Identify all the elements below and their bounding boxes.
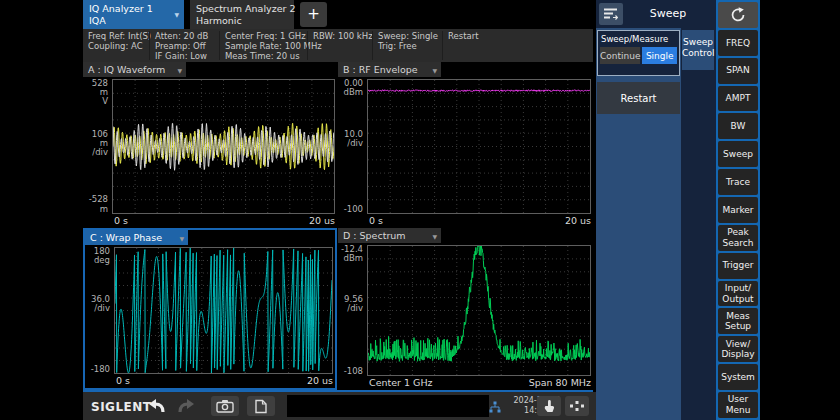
panel-rf-envelope: B : RF Envelope ▼ 0.00 dBm 10.0 /div -10…: [338, 62, 593, 228]
chevron-down-icon: ▼: [179, 231, 184, 246]
panel-d-title: D : Spectrum: [343, 230, 406, 241]
lan-status-icon: [489, 401, 501, 413]
softkey-view-display[interactable]: View/ Display: [718, 336, 758, 362]
status-center-freq: Center Freq: 1 GHz Sample Rate: 100 MHz …: [219, 31, 313, 60]
status-sweep: Sweep: Single Trig: Free: [372, 31, 448, 60]
panel-wrap-phase: C : Wrap Phase ▼ 180 deg 36.0 /div -180 …: [83, 228, 337, 390]
sweep-menu-panel: Sweep Sweep/Measure Continue Single Swee…: [596, 0, 716, 420]
panel-a-title-chip[interactable]: A : IQ Waveform ▼: [83, 62, 186, 77]
plot-area-d: [367, 245, 591, 376]
tab-iq-analyzer[interactable]: IQ Analyzer 1 IQA ▼: [83, 0, 184, 29]
y-axis-bottom-label: -528 m: [83, 194, 108, 214]
softkey-freq[interactable]: FREQ: [718, 30, 758, 56]
panel-d-y-axis: -12.4 dBm 9.56 /div -108: [338, 245, 365, 376]
status-bar: Freq Ref: Int(S) Coupling: AC Atten: 20 …: [83, 29, 593, 62]
softkey-meas-setup[interactable]: Meas Setup: [718, 308, 758, 334]
softkey-marker[interactable]: Marker: [718, 197, 758, 223]
panel-spectrum: D : Spectrum ▼ -12.4 dBm 9.56 /div -108 …: [338, 228, 593, 390]
plot-area-a: [112, 79, 335, 214]
add-tab-button[interactable]: +: [300, 2, 327, 27]
panel-b-y-axis: 0.00 dBm 10.0 /div -100: [338, 79, 365, 214]
y-axis-bottom-label: -108: [344, 366, 363, 376]
sweep-measure-group: Sweep/Measure Continue Single: [597, 30, 680, 76]
chevron-down-icon: ▼: [177, 63, 182, 78]
tab-subtitle: IQA: [89, 15, 178, 27]
panel-c-x-axis: 0 s 20 us: [114, 375, 333, 387]
status-restart: Restart: [442, 31, 528, 60]
plot-area-c: [114, 247, 333, 374]
softkey-trigger[interactable]: Trigger: [718, 253, 758, 279]
menu-title: Sweep: [620, 0, 716, 28]
panel-b-x-axis: 0 s 20 us: [367, 215, 591, 227]
panel-a-y-axis: 528 m V 106 m /div -528 m: [83, 79, 110, 214]
return-back-icon[interactable]: [718, 2, 758, 28]
instrument-screen: IQ Analyzer 1 IQA ▼ Spectrum Analyzer 2 …: [0, 0, 840, 420]
redo-icon[interactable]: [176, 398, 196, 414]
sweep-mode-toggle: Continue Single: [598, 47, 679, 64]
panel-c-title: C : Wrap Phase: [90, 232, 162, 243]
sweep-single-button[interactable]: Single: [642, 47, 677, 64]
y-axis-bottom-label: -100: [344, 204, 363, 214]
softkey-system[interactable]: System: [718, 364, 758, 390]
y-axis-top-label: -12.4 dBm: [341, 245, 363, 263]
tab-spectrum-analyzer[interactable]: Spectrum Analyzer 2 Harmonic: [190, 0, 294, 29]
panel-d-title-chip[interactable]: D : Spectrum ▼: [338, 228, 441, 243]
panel-a-title: A : IQ Waveform: [88, 64, 165, 75]
file-save-button[interactable]: [247, 396, 275, 416]
bottom-toolbar: SIGLENT: [83, 392, 596, 420]
panel-b-title: B : RF Envelope: [343, 64, 418, 75]
chevron-down-icon: ▼: [432, 229, 437, 244]
undo-icon[interactable]: [147, 398, 167, 414]
y-axis-top-label: 180 deg: [94, 247, 110, 265]
softkey-trace[interactable]: Trace: [718, 169, 758, 195]
y-axis-div-label: 36.0 /div: [91, 295, 110, 313]
softkey-span[interactable]: SPAN: [718, 58, 758, 84]
softkey-user-menu[interactable]: User Menu: [718, 392, 758, 418]
y-axis-div-label: 10.0 /div: [344, 130, 363, 148]
restart-button[interactable]: Restart: [597, 82, 680, 114]
tab-title: Spectrum Analyzer 2: [196, 3, 288, 15]
tab-title: IQ Analyzer 1: [89, 3, 178, 15]
panel-c-title-chip[interactable]: C : Wrap Phase ▼: [85, 230, 188, 245]
status-rbw: RBW: 100 kHz: [307, 31, 378, 60]
softkey-column: FREQ SPAN AMPT BW Sweep Trace Marker Pea…: [716, 0, 760, 420]
chevron-down-icon: ▼: [174, 11, 179, 18]
quick-access-dots-button[interactable]: [565, 396, 589, 416]
sweep-measure-label: Sweep/Measure: [598, 31, 679, 47]
touch-assist-button[interactable]: [537, 396, 561, 416]
siglent-logo: SIGLENT: [91, 400, 152, 414]
sweep-control-tab[interactable]: Sweep Control: [682, 30, 714, 70]
panel-a-x-axis: 0 s 20 us: [112, 215, 335, 227]
message-area: [287, 395, 489, 417]
tab-subtitle: Harmonic: [196, 15, 288, 27]
status-freq-ref: Freq Ref: Int(S) Coupling: AC: [83, 31, 154, 60]
sweep-continue-button[interactable]: Continue: [600, 47, 640, 64]
softkey-input-output[interactable]: Input/ Output: [718, 281, 758, 307]
softkey-sweep[interactable]: Sweep: [718, 141, 758, 167]
panel-b-title-chip[interactable]: B : RF Envelope ▼: [338, 62, 441, 77]
screenshot-camera-button[interactable]: [211, 396, 239, 416]
softkey-ampt[interactable]: AMPT: [718, 86, 758, 112]
y-axis-bottom-label: -180: [91, 364, 110, 374]
chevron-down-icon: ▼: [432, 63, 437, 78]
y-axis-div-label: 9.56 /div: [344, 295, 363, 313]
status-atten: Atten: 20 dB Preamp: Off IF Gain: Low: [149, 31, 225, 60]
y-axis-div-label: 106 m /div: [83, 130, 108, 157]
panel-iq-waveform: A : IQ Waveform ▼ 528 m V 106 m /div -52…: [83, 62, 337, 228]
plot-area-b: [367, 79, 591, 214]
panel-c-y-axis: 180 deg 36.0 /div -180: [85, 247, 112, 374]
panel-d-x-axis: Center 1 GHz Span 80 MHz: [367, 377, 591, 389]
softkey-peak-search[interactable]: Peak Search: [718, 225, 758, 251]
y-axis-top-label: 528 m V: [83, 79, 108, 106]
softkey-bw[interactable]: BW: [718, 113, 758, 139]
y-axis-top-label: 0.00 dBm: [343, 79, 363, 97]
